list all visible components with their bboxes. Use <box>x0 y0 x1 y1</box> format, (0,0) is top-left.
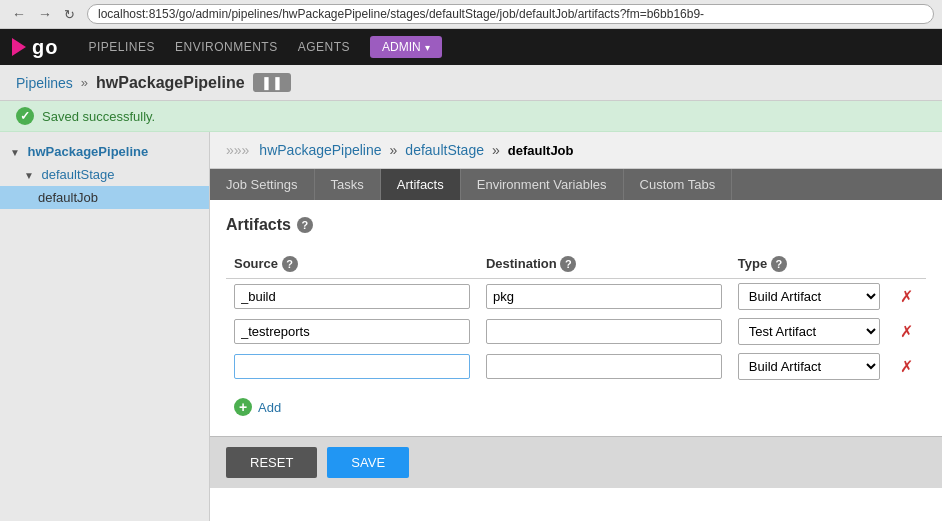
destination-cell-3 <box>478 349 730 384</box>
type-cell-3: Build Artifact Test Artifact <box>730 349 888 384</box>
tree-toggle-icon: ▼ <box>10 147 20 158</box>
source-input-1[interactable] <box>234 284 470 309</box>
breadcrumb-pipeline-name: hwPackagePipeline <box>96 74 245 92</box>
forward-button[interactable]: → <box>34 4 56 24</box>
address-bar: ← → ↻ localhost:8153/go/admin/pipelines/… <box>0 0 942 29</box>
tab-custom-tabs[interactable]: Custom Tabs <box>624 169 733 200</box>
tab-tasks[interactable]: Tasks <box>315 169 381 200</box>
logo-icon <box>12 38 26 56</box>
breadcrumb-separator: » <box>81 75 88 90</box>
sidebar-item-hwpackagepipeline[interactable]: ▼ hwPackagePipeline <box>0 140 209 163</box>
action-cell-2: ✗ <box>888 314 926 349</box>
nav-pipelines[interactable]: PIPELINES <box>88 40 155 54</box>
reset-button[interactable]: RESET <box>226 447 317 478</box>
table-row: Build Artifact Test Artifact ✗ <box>226 349 926 384</box>
type-select-1[interactable]: Build Artifact Test Artifact <box>738 283 880 310</box>
type-select-3[interactable]: Build Artifact Test Artifact <box>738 353 880 380</box>
type-cell-2: Build Artifact Test Artifact <box>730 314 888 349</box>
destination-cell-2 <box>478 314 730 349</box>
type-select-2[interactable]: Build Artifact Test Artifact <box>738 318 880 345</box>
sidebar: ▼ hwPackagePipeline ▼ defaultStage defau… <box>0 132 210 521</box>
tab-artifacts[interactable]: Artifacts <box>381 169 461 200</box>
pipeline-path-header: »»» hwPackagePipeline » defaultStage » d… <box>210 132 942 169</box>
top-nav: go PIPELINES ENVIRONMENTS AGENTS ADMIN <box>0 29 942 65</box>
sidebar-job-label: defaultJob <box>38 190 98 205</box>
source-input-3[interactable] <box>234 354 470 379</box>
pause-button[interactable]: ❚❚ <box>253 73 291 92</box>
destination-cell-1 <box>478 279 730 315</box>
nav-agents[interactable]: AGENTS <box>298 40 350 54</box>
back-button[interactable]: ← <box>8 4 30 24</box>
col-header-source: Source ? <box>226 250 478 279</box>
path-stage-link[interactable]: defaultStage <box>405 142 484 158</box>
destination-input-2[interactable] <box>486 319 722 344</box>
content-area: Artifacts ? Source ? Destination ? <box>210 200 942 436</box>
tree-toggle-stage-icon: ▼ <box>24 170 34 181</box>
tab-bar: Job Settings Tasks Artifacts Environment… <box>210 169 942 200</box>
path-job-current: defaultJob <box>508 143 574 158</box>
type-help-icon[interactable]: ? <box>771 256 787 272</box>
sidebar-item-defaultjob[interactable]: defaultJob <box>0 186 209 209</box>
artifacts-table: Source ? Destination ? Type ? <box>226 250 926 384</box>
logo-area: go <box>12 36 58 59</box>
url-bar[interactable]: localhost:8153/go/admin/pipelines/hwPack… <box>87 4 934 24</box>
source-cell-3 <box>226 349 478 384</box>
path-pipeline-link[interactable]: hwPackagePipeline <box>259 142 381 158</box>
path-sep-1: » <box>390 142 398 158</box>
table-row: Build Artifact Test Artifact ✗ <box>226 279 926 315</box>
artifacts-title-text: Artifacts <box>226 216 291 234</box>
add-label: Add <box>258 400 281 415</box>
source-help-icon[interactable]: ? <box>282 256 298 272</box>
success-icon: ✓ <box>16 107 34 125</box>
browser-nav-buttons: ← → ↻ <box>8 4 79 24</box>
source-input-2[interactable] <box>234 319 470 344</box>
destination-input-1[interactable] <box>486 284 722 309</box>
sidebar-pipeline-label: hwPackagePipeline <box>28 144 149 159</box>
logo-text: go <box>32 36 58 59</box>
type-cell-1: Build Artifact Test Artifact <box>730 279 888 315</box>
add-artifact-row[interactable]: + Add <box>226 394 926 420</box>
success-banner: ✓ Saved successfully. <box>0 101 942 132</box>
table-row: Build Artifact Test Artifact ✗ <box>226 314 926 349</box>
action-cell-1: ✗ <box>888 279 926 315</box>
nav-environments[interactable]: ENVIRONMENTS <box>175 40 278 54</box>
col-header-type: Type ? <box>730 250 888 279</box>
footer-bar: RESET SAVE <box>210 436 942 488</box>
nav-links: PIPELINES ENVIRONMENTS AGENTS <box>88 40 350 54</box>
main-content: ▼ hwPackagePipeline ▼ defaultStage defau… <box>0 132 942 521</box>
artifacts-help-icon[interactable]: ? <box>297 217 313 233</box>
refresh-button[interactable]: ↻ <box>60 5 79 24</box>
tab-job-settings[interactable]: Job Settings <box>210 169 315 200</box>
source-cell-1 <box>226 279 478 315</box>
save-button[interactable]: SAVE <box>327 447 409 478</box>
col-header-destination: Destination ? <box>478 250 730 279</box>
col-header-action <box>888 250 926 279</box>
destination-input-3[interactable] <box>486 354 722 379</box>
add-circle-icon: + <box>234 398 252 416</box>
remove-row-2-button[interactable]: ✗ <box>896 322 917 341</box>
admin-button[interactable]: ADMIN <box>370 36 442 58</box>
tab-environment-variables[interactable]: Environment Variables <box>461 169 624 200</box>
breadcrumb-bar: Pipelines » hwPackagePipeline ❚❚ <box>0 65 942 101</box>
path-arrows-icon: »»» <box>226 142 249 158</box>
remove-row-3-button[interactable]: ✗ <box>896 357 917 376</box>
path-sep-2: » <box>492 142 500 158</box>
destination-help-icon[interactable]: ? <box>560 256 576 272</box>
success-message: Saved successfully. <box>42 109 155 124</box>
action-cell-3: ✗ <box>888 349 926 384</box>
remove-row-1-button[interactable]: ✗ <box>896 287 917 306</box>
sidebar-stage-label: defaultStage <box>42 167 115 182</box>
artifacts-section-title: Artifacts ? <box>226 216 926 234</box>
breadcrumb-pipelines-link[interactable]: Pipelines <box>16 75 73 91</box>
right-panel: »»» hwPackagePipeline » defaultStage » d… <box>210 132 942 521</box>
sidebar-item-defaultstage[interactable]: ▼ defaultStage <box>0 163 209 186</box>
source-cell-2 <box>226 314 478 349</box>
